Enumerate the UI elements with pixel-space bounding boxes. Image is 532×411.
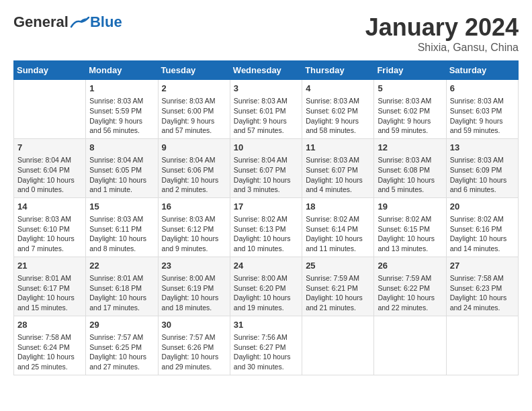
calendar-cell: 18Sunrise: 8:02 AMSunset: 6:14 PMDayligh… xyxy=(302,197,374,257)
calendar-cell: 28Sunrise: 7:58 AMSunset: 6:24 PMDayligh… xyxy=(14,316,86,375)
logo-bird-icon xyxy=(70,15,90,30)
calendar-cell: 14Sunrise: 8:03 AMSunset: 6:10 PMDayligh… xyxy=(14,197,86,257)
calendar-cell: 24Sunrise: 8:00 AMSunset: 6:20 PMDayligh… xyxy=(230,257,302,316)
day-number: 14 xyxy=(17,201,82,213)
day-info: Sunrise: 8:00 AMSunset: 6:19 PMDaylight:… xyxy=(162,273,226,313)
header-cell-thursday: Thursday xyxy=(302,61,374,80)
calendar-cell: 16Sunrise: 8:03 AMSunset: 6:12 PMDayligh… xyxy=(158,197,230,257)
day-number: 28 xyxy=(17,319,82,331)
calendar-cell xyxy=(302,316,374,375)
calendar-cell: 23Sunrise: 8:00 AMSunset: 6:19 PMDayligh… xyxy=(158,257,230,316)
calendar-cell: 15Sunrise: 8:03 AMSunset: 6:11 PMDayligh… xyxy=(86,197,158,257)
day-number: 6 xyxy=(450,83,515,95)
day-number: 30 xyxy=(162,319,226,331)
day-info: Sunrise: 8:03 AMSunset: 6:11 PMDaylight:… xyxy=(89,214,154,254)
day-info: Sunrise: 8:04 AMSunset: 6:05 PMDaylight:… xyxy=(89,155,154,195)
calendar-week-row: 14Sunrise: 8:03 AMSunset: 6:10 PMDayligh… xyxy=(14,197,519,257)
logo: General Blue xyxy=(13,13,122,31)
day-info: Sunrise: 8:01 AMSunset: 6:17 PMDaylight:… xyxy=(17,273,82,313)
calendar-cell: 1Sunrise: 8:03 AMSunset: 5:59 PMDaylight… xyxy=(86,80,158,139)
calendar-cell: 6Sunrise: 8:03 AMSunset: 6:03 PMDaylight… xyxy=(446,80,518,139)
calendar-cell: 7Sunrise: 8:04 AMSunset: 6:04 PMDaylight… xyxy=(14,138,86,197)
day-number: 10 xyxy=(234,142,298,154)
day-number: 12 xyxy=(378,142,442,154)
calendar-cell: 3Sunrise: 8:03 AMSunset: 6:01 PMDaylight… xyxy=(230,80,302,139)
calendar-week-row: 1Sunrise: 8:03 AMSunset: 5:59 PMDaylight… xyxy=(14,80,519,139)
calendar-cell: 2Sunrise: 8:03 AMSunset: 6:00 PMDaylight… xyxy=(158,80,230,139)
day-number: 24 xyxy=(234,260,298,272)
calendar-cell: 9Sunrise: 8:04 AMSunset: 6:06 PMDaylight… xyxy=(158,138,230,197)
calendar-cell: 5Sunrise: 8:03 AMSunset: 6:02 PMDaylight… xyxy=(374,80,446,139)
calendar-body: 1Sunrise: 8:03 AMSunset: 5:59 PMDaylight… xyxy=(14,80,519,375)
calendar-cell: 22Sunrise: 8:01 AMSunset: 6:18 PMDayligh… xyxy=(86,257,158,316)
day-number: 4 xyxy=(306,83,370,95)
day-number: 3 xyxy=(234,83,298,95)
calendar-header: SundayMondayTuesdayWednesdayThursdayFrid… xyxy=(14,61,519,80)
day-number: 2 xyxy=(162,83,226,95)
page-header: General Blue January 2024 Shixia, Gansu,… xyxy=(13,13,519,54)
day-number: 13 xyxy=(450,142,515,154)
day-info: Sunrise: 7:59 AMSunset: 6:22 PMDaylight:… xyxy=(378,273,442,313)
day-info: Sunrise: 8:03 AMSunset: 6:08 PMDaylight:… xyxy=(378,155,442,195)
calendar-cell: 10Sunrise: 8:04 AMSunset: 6:07 PMDayligh… xyxy=(230,138,302,197)
day-info: Sunrise: 8:03 AMSunset: 6:02 PMDaylight:… xyxy=(378,96,442,136)
day-number: 7 xyxy=(17,142,82,154)
calendar-table: SundayMondayTuesdayWednesdayThursdayFrid… xyxy=(13,60,519,375)
day-number: 11 xyxy=(306,142,370,154)
day-info: Sunrise: 8:03 AMSunset: 5:59 PMDaylight:… xyxy=(89,96,154,136)
calendar-cell: 20Sunrise: 8:02 AMSunset: 6:16 PMDayligh… xyxy=(446,197,518,257)
day-number: 17 xyxy=(234,201,298,213)
day-info: Sunrise: 8:02 AMSunset: 6:16 PMDaylight:… xyxy=(450,214,515,254)
calendar-cell: 11Sunrise: 8:03 AMSunset: 6:07 PMDayligh… xyxy=(302,138,374,197)
header-row: SundayMondayTuesdayWednesdayThursdayFrid… xyxy=(14,61,519,80)
day-info: Sunrise: 7:58 AMSunset: 6:23 PMDaylight:… xyxy=(450,273,515,313)
day-number: 1 xyxy=(89,83,154,95)
day-number: 23 xyxy=(162,260,226,272)
day-info: Sunrise: 8:01 AMSunset: 6:18 PMDaylight:… xyxy=(89,273,154,313)
day-info: Sunrise: 8:03 AMSunset: 6:10 PMDaylight:… xyxy=(17,214,82,254)
calendar-week-row: 21Sunrise: 8:01 AMSunset: 6:17 PMDayligh… xyxy=(14,257,519,316)
day-info: Sunrise: 8:04 AMSunset: 6:04 PMDaylight:… xyxy=(17,155,82,195)
calendar-cell: 29Sunrise: 7:57 AMSunset: 6:25 PMDayligh… xyxy=(86,316,158,375)
day-number: 8 xyxy=(89,142,154,154)
calendar-week-row: 7Sunrise: 8:04 AMSunset: 6:04 PMDaylight… xyxy=(14,138,519,197)
day-number: 19 xyxy=(378,201,442,213)
calendar-cell: 19Sunrise: 8:02 AMSunset: 6:15 PMDayligh… xyxy=(374,197,446,257)
day-number: 9 xyxy=(162,142,226,154)
calendar-cell: 25Sunrise: 7:59 AMSunset: 6:21 PMDayligh… xyxy=(302,257,374,316)
calendar-week-row: 28Sunrise: 7:58 AMSunset: 6:24 PMDayligh… xyxy=(14,316,519,375)
day-info: Sunrise: 8:03 AMSunset: 6:02 PMDaylight:… xyxy=(306,96,370,136)
calendar-cell: 26Sunrise: 7:59 AMSunset: 6:22 PMDayligh… xyxy=(374,257,446,316)
title-area: January 2024 Shixia, Gansu, China xyxy=(365,13,519,54)
calendar-cell: 27Sunrise: 7:58 AMSunset: 6:23 PMDayligh… xyxy=(446,257,518,316)
day-info: Sunrise: 8:00 AMSunset: 6:20 PMDaylight:… xyxy=(234,273,298,313)
day-info: Sunrise: 7:57 AMSunset: 6:26 PMDaylight:… xyxy=(162,332,226,372)
day-number: 31 xyxy=(234,319,298,331)
day-info: Sunrise: 7:57 AMSunset: 6:25 PMDaylight:… xyxy=(89,332,154,372)
day-number: 21 xyxy=(17,260,82,272)
header-cell-sunday: Sunday xyxy=(14,61,86,80)
calendar-subtitle: Shixia, Gansu, China xyxy=(365,42,519,54)
day-info: Sunrise: 8:04 AMSunset: 6:06 PMDaylight:… xyxy=(162,155,226,195)
calendar-cell: 31Sunrise: 7:56 AMSunset: 6:27 PMDayligh… xyxy=(230,316,302,375)
day-number: 16 xyxy=(162,201,226,213)
day-info: Sunrise: 7:59 AMSunset: 6:21 PMDaylight:… xyxy=(306,273,370,313)
day-number: 5 xyxy=(378,83,442,95)
calendar-cell: 4Sunrise: 8:03 AMSunset: 6:02 PMDaylight… xyxy=(302,80,374,139)
day-number: 18 xyxy=(306,201,370,213)
day-number: 20 xyxy=(450,201,515,213)
day-number: 27 xyxy=(450,260,515,272)
day-info: Sunrise: 8:04 AMSunset: 6:07 PMDaylight:… xyxy=(234,155,298,195)
calendar-cell: 13Sunrise: 8:03 AMSunset: 6:09 PMDayligh… xyxy=(446,138,518,197)
header-cell-monday: Monday xyxy=(86,61,158,80)
calendar-cell: 21Sunrise: 8:01 AMSunset: 6:17 PMDayligh… xyxy=(14,257,86,316)
header-cell-tuesday: Tuesday xyxy=(158,61,230,80)
day-number: 22 xyxy=(89,260,154,272)
day-info: Sunrise: 8:02 AMSunset: 6:15 PMDaylight:… xyxy=(378,214,442,254)
day-number: 15 xyxy=(89,201,154,213)
calendar-cell: 30Sunrise: 7:57 AMSunset: 6:26 PMDayligh… xyxy=(158,316,230,375)
day-info: Sunrise: 8:03 AMSunset: 6:03 PMDaylight:… xyxy=(450,96,515,136)
calendar-cell xyxy=(14,80,86,139)
day-info: Sunrise: 8:03 AMSunset: 6:12 PMDaylight:… xyxy=(162,214,226,254)
logo-blue-text: Blue xyxy=(90,13,122,31)
